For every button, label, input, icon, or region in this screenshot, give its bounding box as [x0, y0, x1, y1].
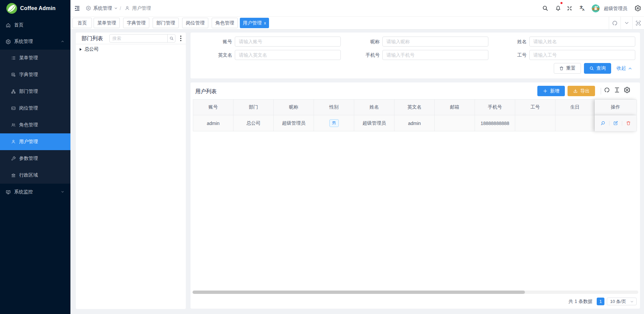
department-panel-header: 部门列表: [76, 33, 186, 44]
sidebar-item-user-mgmt[interactable]: 用户管理: [0, 133, 70, 150]
scrollbar-thumb[interactable]: [193, 291, 525, 294]
chevron-down-icon: [624, 20, 630, 26]
tabs-menu-button[interactable]: [621, 17, 632, 29]
tree-node-company[interactable]: 总公司: [79, 46, 99, 52]
row-actions: [600, 121, 631, 126]
search-icon: [589, 66, 594, 71]
column-header[interactable]: 手机号: [475, 100, 515, 115]
job-no-input[interactable]: [529, 50, 635, 60]
sidebar-item-dict-mgmt[interactable]: 字典管理: [0, 66, 70, 83]
view-row-button[interactable]: [600, 121, 605, 126]
fullscreen-button[interactable]: [567, 5, 573, 11]
sidebar-item-dept-mgmt[interactable]: 部门管理: [0, 83, 70, 100]
column-header[interactable]: 生日: [555, 100, 595, 115]
department-panel-title: 部门列表: [82, 35, 103, 42]
phone-input[interactable]: [382, 50, 488, 60]
user-avatar[interactable]: [592, 4, 600, 12]
add-button[interactable]: 新增: [537, 86, 565, 96]
tree-caret-icon[interactable]: [79, 48, 82, 51]
department-more-button[interactable]: [178, 34, 183, 43]
sidebar-item-home[interactable]: 首页: [0, 17, 70, 34]
search-icon: [169, 36, 174, 41]
account-input[interactable]: [235, 37, 341, 47]
user-list-title: 用户列表: [195, 88, 217, 95]
pagination-page-1[interactable]: 1: [597, 298, 604, 305]
sidebar-item-system[interactable]: 系统管理: [0, 34, 70, 50]
column-header[interactable]: 性别: [314, 100, 354, 115]
column-header-actions[interactable]: 操作: [595, 100, 637, 115]
column-header[interactable]: 账号: [193, 100, 233, 115]
column-settings-button[interactable]: [624, 87, 630, 93]
notification-button[interactable]: [555, 5, 561, 11]
tab-close-icon[interactable]: x: [264, 21, 266, 25]
actions-divider: [622, 121, 622, 126]
table-refresh-button[interactable]: [604, 87, 610, 93]
collapse-link[interactable]: 收起: [616, 63, 632, 74]
tab-dept-mgmt[interactable]: 部门管理: [153, 18, 179, 28]
maximize-icon: [635, 20, 641, 26]
nickname-input[interactable]: [382, 37, 488, 47]
tab-home[interactable]: 首页: [72, 18, 92, 28]
cell-name: 超级管理员: [354, 115, 394, 131]
department-search-input[interactable]: [110, 35, 167, 42]
trash-icon: [626, 121, 631, 126]
tab-menu-mgmt[interactable]: 菜单管理: [94, 18, 120, 28]
department-search-button[interactable]: [167, 35, 175, 42]
sidebar-item-region-mgmt[interactable]: 行政区域: [0, 167, 70, 184]
user-name[interactable]: 超级管理员: [604, 6, 627, 12]
pagination-total: 共 1 条数据: [569, 299, 593, 305]
export-button[interactable]: 导出: [568, 86, 595, 96]
actions-divider: [609, 121, 609, 126]
chevron-down-icon: [630, 300, 634, 304]
name-input[interactable]: [529, 37, 635, 47]
sidebar-item-param-mgmt[interactable]: 参数管理: [0, 150, 70, 167]
field-label-account: 账号: [202, 37, 232, 47]
delete-row-button[interactable]: [626, 121, 631, 126]
sidebar-item-label: 部门管理: [19, 88, 38, 95]
sidebar-item-label: 角色管理: [19, 122, 38, 128]
tabs-refresh-button[interactable]: [609, 17, 621, 29]
sidebar-item-label: 参数管理: [19, 155, 38, 162]
header-right: 文A 超级管理员: [70, 0, 644, 16]
header-search-button[interactable]: [542, 5, 548, 11]
column-header[interactable]: 邮箱: [435, 100, 475, 115]
settings-button[interactable]: [635, 5, 641, 11]
tab-label: 部门管理: [156, 20, 175, 26]
en-name-input[interactable]: [235, 50, 341, 60]
tab-role-mgmt[interactable]: 角色管理: [212, 18, 238, 28]
table-row[interactable]: admin 总公司 超级管理员 男 超级管理员 admin 1888888888…: [193, 115, 636, 131]
translate-icon: 文A: [579, 5, 586, 11]
cell-job-no: [515, 115, 555, 131]
tab-label: 菜单管理: [97, 20, 116, 26]
field-label-name: 姓名: [496, 37, 527, 47]
reset-button[interactable]: 重置: [554, 63, 581, 74]
cell-en-name: admin: [394, 115, 435, 131]
column-header[interactable]: 昵称: [274, 100, 314, 115]
sidebar-item-menu-mgmt[interactable]: 菜单管理: [0, 50, 70, 66]
row-height-button[interactable]: [614, 87, 620, 93]
tab-user-mgmt-active[interactable]: 用户管理 x: [240, 18, 269, 28]
refresh-icon: [612, 20, 618, 26]
edit-row-button[interactable]: [613, 121, 618, 126]
cell-phone: 18888888888: [475, 115, 515, 131]
tabs-fullscreen-button[interactable]: [632, 17, 644, 29]
column-header[interactable]: 工号: [515, 100, 555, 115]
pagination: 共 1 条数据 1 10 条/页: [191, 296, 640, 309]
tab-label: 字典管理: [127, 20, 146, 26]
tab-post-mgmt[interactable]: 岗位管理: [182, 18, 208, 28]
app-logo[interactable]: Coffee Admin: [0, 0, 70, 17]
column-header[interactable]: 姓名: [354, 100, 394, 115]
query-button-label: 查询: [596, 65, 606, 71]
column-header[interactable]: 英文名: [394, 100, 435, 115]
avatar-image: [592, 4, 600, 12]
query-button[interactable]: 查询: [584, 63, 611, 74]
sidebar-item-monitor[interactable]: 系统监控: [0, 184, 70, 200]
table-header-row: 账号 部门 昵称 性别 姓名 英文名 邮箱 手机号 工号 生日 操作: [193, 100, 636, 115]
search-icon: [542, 5, 548, 11]
sidebar-item-role-mgmt[interactable]: 角色管理: [0, 117, 70, 133]
sidebar-item-post-mgmt[interactable]: 岗位管理: [0, 100, 70, 117]
language-button[interactable]: 文A: [579, 5, 586, 11]
page-size-select[interactable]: 10 条/页: [607, 298, 637, 305]
tab-dict-mgmt[interactable]: 字典管理: [123, 18, 149, 28]
column-header[interactable]: 部门: [233, 100, 274, 115]
